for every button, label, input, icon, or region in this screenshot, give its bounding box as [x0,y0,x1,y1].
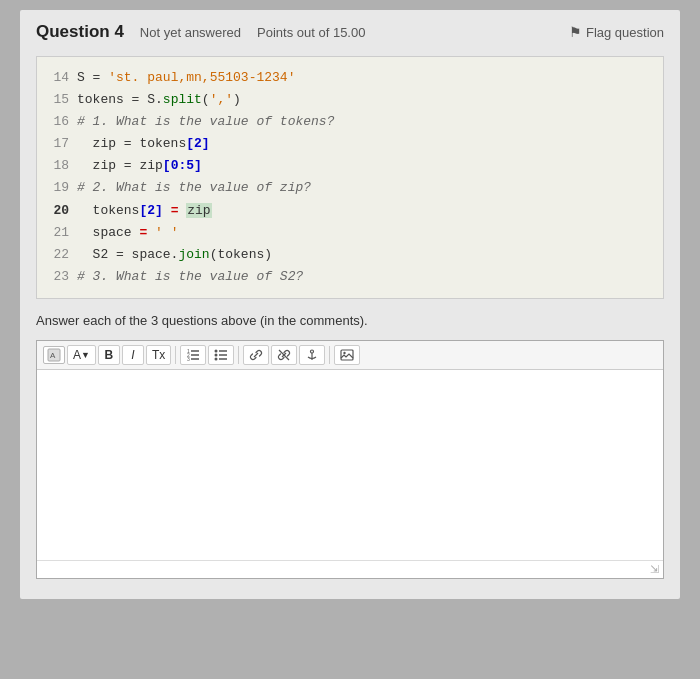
code-content-14: S = 'st. paul,mn,55103-1234' [77,67,295,89]
code-line-16: 16 # 1. What is the value of tokens? [49,111,651,133]
code-line-22: 22 S2 = space.join(tokens) [49,244,651,266]
ordered-list-button[interactable]: 1 2 3 [180,345,206,365]
line-num-18: 18 [49,155,69,177]
code-line-15: 15 tokens = S.split(',') [49,89,651,111]
code-content-19: # 2. What is the value of zip? [77,177,311,199]
points-label: Points out of 15.00 [257,25,365,40]
not-answered-label: Not yet answered [140,25,241,40]
flag-label: Flag question [586,25,664,40]
flag-question-button[interactable]: ⚑ Flag question [569,24,664,40]
code-line-21: 21 space = ' ' [49,222,651,244]
anchor-button[interactable] [299,345,325,365]
flag-icon: ⚑ [569,24,582,40]
editor-container: A A ▼ B I Tx 1 2 [36,340,664,579]
line-num-20: 20 [49,200,69,222]
line-num-21: 21 [49,222,69,244]
line-num-19: 19 [49,177,69,199]
resize-handle-container: ⇲ [37,560,663,578]
font-selector-icon: A [43,346,65,364]
line-num-16: 16 [49,111,69,133]
svg-point-11 [215,349,218,352]
code-line-23: 23 # 3. What is the value of S2? [49,266,651,288]
bold-button[interactable]: B [98,345,120,365]
line-num-15: 15 [49,89,69,111]
editor-toolbar: A A ▼ B I Tx 1 2 [37,341,663,370]
toolbar-separator-2 [238,346,239,364]
svg-point-18 [344,352,346,354]
line-num-14: 14 [49,67,69,89]
line-num-23: 23 [49,266,69,288]
code-line-14: 14 S = 'st. paul,mn,55103-1234' [49,67,651,89]
code-line-18: 18 zip = zip[0:5] [49,155,651,177]
question-header: Question 4 Not yet answered Points out o… [36,22,664,42]
page-container: Question 4 Not yet answered Points out o… [20,10,680,599]
code-content-23: # 3. What is the value of S2? [77,266,303,288]
svg-rect-17 [341,350,353,360]
image-button[interactable] [334,345,360,365]
font-dropdown-button[interactable]: A ▼ [67,345,96,365]
code-content-20: tokens[2] = zip [77,200,212,222]
svg-point-13 [215,357,218,360]
code-content-21: space = ' ' [77,222,178,244]
unlink-button[interactable] [271,345,297,365]
code-line-20: 20 tokens[2] = zip [49,200,651,222]
font-label: A [73,348,81,362]
answer-editor[interactable] [37,370,663,560]
code-block: 14 S = 'st. paul,mn,55103-1234' 15 token… [36,56,664,299]
code-content-17: zip = tokens[2] [77,133,210,155]
code-line-19: 19 # 2. What is the value of zip? [49,177,651,199]
code-content-16: # 1. What is the value of tokens? [77,111,334,133]
code-content-18: zip = zip[0:5] [77,155,202,177]
toolbar-separator-3 [329,346,330,364]
svg-point-12 [215,353,218,356]
line-num-17: 17 [49,133,69,155]
svg-point-15 [311,350,314,353]
svg-line-14 [279,350,289,360]
unordered-list-button[interactable] [208,345,234,365]
link-button[interactable] [243,345,269,365]
font-dropdown-icon: ▼ [81,350,90,360]
code-line-17: 17 zip = tokens[2] [49,133,651,155]
instruction-text: Answer each of the 3 questions above (in… [36,313,664,328]
italic-button[interactable]: I [122,345,144,365]
svg-text:A: A [50,351,56,360]
question-title: Question 4 [36,22,124,42]
toolbar-separator-1 [175,346,176,364]
resize-handle-icon[interactable]: ⇲ [650,563,659,576]
clear-format-button[interactable]: Tx [146,345,171,365]
code-content-15: tokens = S.split(',') [77,89,241,111]
svg-text:3: 3 [187,356,190,362]
code-content-22: S2 = space.join(tokens) [77,244,272,266]
line-num-22: 22 [49,244,69,266]
